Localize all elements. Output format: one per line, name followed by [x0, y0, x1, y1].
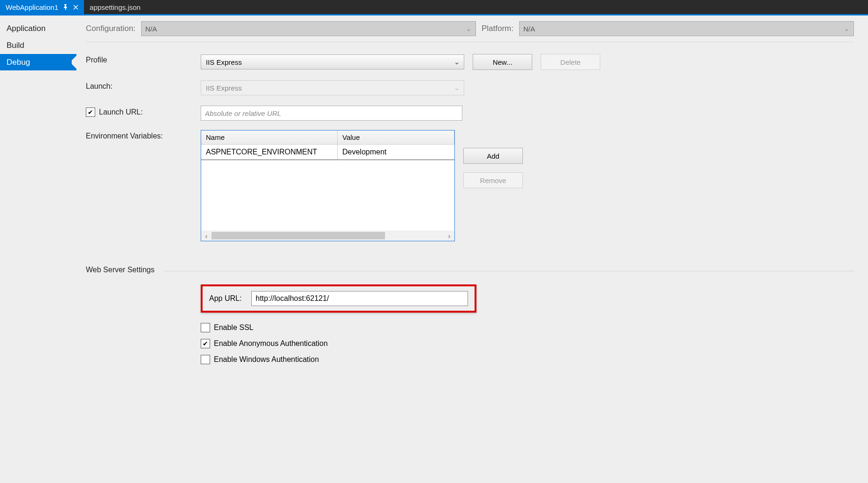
table-row[interactable]: ASPNETCORE_ENVIRONMENT Development	[201, 145, 454, 160]
enable-win-label: Enable Windows Authentication	[214, 355, 319, 364]
env-hscrollbar[interactable]: ‹ ›	[201, 230, 454, 241]
chevron-down-icon: ⌄	[466, 24, 472, 33]
profile-label: Profile	[86, 54, 201, 64]
platform-value: N/A	[523, 25, 535, 33]
configuration-label: Configuration:	[86, 24, 136, 33]
button-label: New...	[493, 58, 513, 66]
launch-url-label: Launch URL:	[99, 108, 143, 116]
enable-anon-checkbox[interactable]	[201, 339, 210, 348]
scroll-right-icon[interactable]: ›	[444, 230, 454, 241]
env-row-value: Development	[338, 145, 454, 160]
webserver-section-header: Web Server Settings	[86, 252, 854, 284]
button-label: Delete	[560, 58, 581, 66]
tab-appsettings[interactable]: appsettings.json	[84, 0, 146, 14]
configuration-value: N/A	[145, 25, 157, 33]
launch-url-checkbox[interactable]	[86, 107, 95, 117]
sidebar-item-label: Application	[7, 24, 45, 33]
new-profile-button[interactable]: New...	[473, 54, 532, 70]
divider	[164, 271, 854, 271]
delete-profile-button[interactable]: Delete	[541, 54, 600, 70]
pin-icon[interactable]	[63, 4, 68, 10]
tab-title: appsettings.json	[90, 3, 140, 11]
sidebar-item-label: Build	[7, 41, 24, 50]
platform-select[interactable]: N/A ⌄	[519, 21, 854, 36]
profile-select[interactable]: IIS Express ⌄	[201, 54, 464, 69]
enable-ssl-checkbox[interactable]	[201, 323, 210, 332]
tab-title: WebApplication1	[6, 3, 58, 11]
profile-row: Profile IIS Express ⌄ New... Delete	[86, 54, 854, 70]
launch-label: Launch:	[86, 80, 201, 91]
enable-win-checkbox[interactable]	[201, 355, 210, 364]
sidebar-item-debug[interactable]: Debug	[0, 54, 72, 71]
scroll-left-icon[interactable]: ‹	[201, 230, 211, 241]
launch-row: Launch: IIS Express ⌄	[86, 80, 854, 95]
env-row-name: ASPNETCORE_ENVIRONMENT	[201, 145, 338, 160]
app-url-label: App URL:	[209, 294, 251, 303]
env-vars-label: Environment Variables:	[86, 130, 201, 140]
env-vars-row: Environment Variables: Name Value ASPNET…	[86, 130, 854, 241]
sidebar-item-build[interactable]: Build	[0, 37, 72, 54]
platform-label: Platform:	[482, 24, 513, 33]
app-url-input[interactable]	[251, 291, 468, 306]
chevron-down-icon: ⌄	[454, 84, 460, 92]
settings-sidebar: Application Build Debug	[0, 15, 72, 483]
app-url-highlight: App URL:	[201, 284, 476, 313]
env-remove-button[interactable]: Remove	[463, 172, 523, 188]
scroll-thumb[interactable]	[211, 232, 385, 239]
button-label: Remove	[480, 176, 506, 184]
env-empty-space	[201, 160, 454, 230]
enable-ssl-label: Enable SSL	[214, 323, 254, 332]
enable-anon-label: Enable Anonymous Authentication	[214, 339, 328, 348]
close-icon[interactable]	[73, 5, 78, 10]
env-header-name: Name	[201, 130, 338, 144]
enable-ssl-row: Enable SSL	[201, 323, 854, 332]
launch-select[interactable]: IIS Express ⌄	[201, 80, 464, 95]
launch-url-row: Launch URL:	[86, 106, 854, 121]
env-header-value: Value	[338, 130, 454, 144]
launch-select-value: IIS Express	[206, 84, 242, 92]
tab-webapplication1[interactable]: WebApplication1	[0, 0, 84, 14]
content-panel: Configuration: N/A ⌄ Platform: N/A ⌄ Pro…	[72, 15, 868, 483]
config-row: Configuration: N/A ⌄ Platform: N/A ⌄	[86, 21, 854, 42]
launch-url-input[interactable]	[201, 106, 462, 121]
enable-win-row: Enable Windows Authentication	[201, 355, 854, 364]
env-vars-table[interactable]: Name Value ASPNETCORE_ENVIRONMENT Develo…	[201, 130, 455, 241]
env-vars-header: Name Value	[201, 130, 454, 145]
sidebar-item-label: Debug	[7, 58, 30, 67]
button-label: Add	[487, 152, 499, 160]
chevron-down-icon: ⌄	[844, 24, 850, 33]
sidebar-item-application[interactable]: Application	[0, 20, 72, 37]
configuration-select[interactable]: N/A ⌄	[141, 21, 476, 36]
profile-select-value: IIS Express	[206, 58, 242, 66]
tab-bar: WebApplication1 appsettings.json	[0, 0, 868, 15]
env-add-button[interactable]: Add	[463, 148, 523, 164]
chevron-down-icon: ⌄	[454, 58, 460, 66]
enable-anon-row: Enable Anonymous Authentication	[201, 339, 854, 348]
webserver-section-title: Web Server Settings	[86, 266, 154, 274]
